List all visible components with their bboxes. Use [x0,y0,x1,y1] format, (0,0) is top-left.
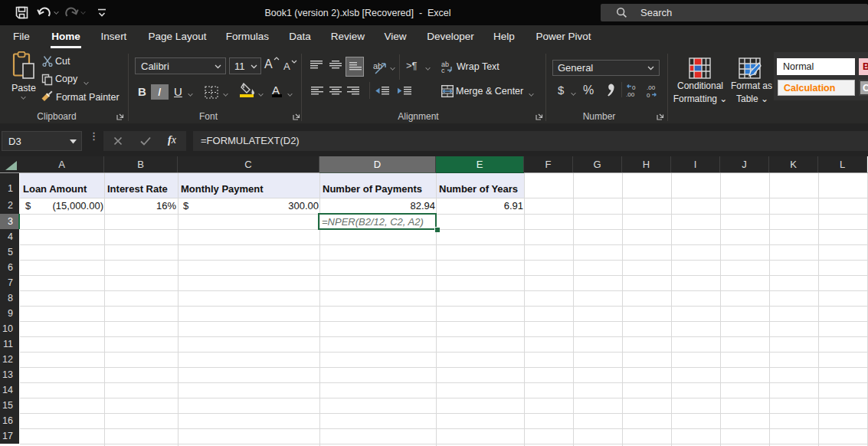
svg-text:c: c [441,67,445,73]
svg-text:0: 0 [647,92,650,98]
svg-text:.00: .00 [626,91,635,98]
svg-text:0: 0 [632,84,636,91]
svg-text:.00: .00 [647,84,656,91]
svg-text:ab: ab [373,61,382,71]
